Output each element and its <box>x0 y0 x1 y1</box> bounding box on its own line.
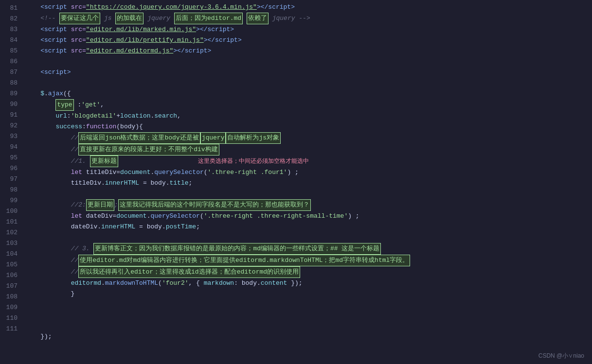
line-num-98: 98 <box>4 185 18 195</box>
code-line-110 <box>25 321 588 331</box>
code-line-87: <script> <box>25 67 588 78</box>
line-num-83: 83 <box>4 24 18 35</box>
line-num-101: 101 <box>4 217 18 227</box>
code-line-106: editormd.markdownToHTML('four2', { markd… <box>25 278 588 289</box>
line-num-89: 89 <box>4 88 18 99</box>
code-line-100: let dateDiv=document.querySelector('.thr… <box>25 211 588 222</box>
code-lines: <script src="https://code.jquery.com/jqu… <box>25 2 592 362</box>
code-line-111: }); <box>25 331 588 342</box>
line-num-81: 81 <box>4 3 18 14</box>
code-line-105: //所以我还得再引入editor；这里得改成id选择器；配合editormd的识… <box>25 266 588 278</box>
line-num-107: 107 <box>4 281 18 292</box>
line-num-93: 93 <box>4 131 18 142</box>
code-line-89: $.ajax({ <box>25 88 588 99</box>
line-num-104: 104 <box>4 249 18 260</box>
line-num-103: 103 <box>4 238 18 249</box>
code-line-109 <box>25 310 588 321</box>
line-num-96: 96 <box>4 163 18 174</box>
watermark: CSDN @小∨niao <box>538 352 584 360</box>
line-numbers: 81 82 83 84 85 86 87 88 89 90 91 92 93 9… <box>0 2 25 362</box>
line-num-105: 105 <box>4 260 18 270</box>
code-line-107: } <box>25 289 588 299</box>
line-num-94: 94 <box>4 142 18 153</box>
code-line-85: <script src="editor.md/editormd.js"></sc… <box>25 46 588 56</box>
code-line-91: url:'blogdetail'+location.search, <box>25 111 588 121</box>
line-num-85: 85 <box>4 46 18 56</box>
line-num-106: 106 <box>4 270 18 281</box>
code-line-102 <box>25 232 588 243</box>
code-line-104: //使用editor.md对md编辑器内容进行转换；它里面提供editormd.… <box>25 255 588 266</box>
line-num-102: 102 <box>4 227 18 238</box>
code-line-81: <script src="https://code.jquery.com/jqu… <box>25 2 588 13</box>
code-line-103: // 3. 更新博客正文；因为我们数据库报错的是最原始的内容；md编辑器的一些样… <box>25 243 588 255</box>
code-line-101: dateDiv.innerHTML = body.postTime; <box>25 222 588 232</box>
line-num-82: 82 <box>4 14 18 24</box>
line-num-97: 97 <box>4 174 18 185</box>
code-line-98 <box>25 189 588 199</box>
code-line-83: <script src="editor.md/lib/marked.min.js… <box>25 24 588 35</box>
code-line-96: let titleDiv=document.querySelector('.th… <box>25 167 588 178</box>
line-num-95: 95 <box>4 153 18 163</box>
editor-container: 81 82 83 84 85 86 87 88 89 90 91 92 93 9… <box>0 0 592 364</box>
line-num-86: 86 <box>4 56 18 67</box>
line-num-92: 92 <box>4 121 18 131</box>
code-area[interactable]: 81 82 83 84 85 86 87 88 89 90 91 92 93 9… <box>0 0 592 364</box>
code-line-108 <box>25 299 588 310</box>
code-line-88 <box>25 78 588 88</box>
code-line-94: //直接更新在原来的段落上更好；不用整个div构建 <box>25 144 588 156</box>
line-num-109: 109 <box>4 302 18 313</box>
code-line-86 <box>25 56 588 67</box>
line-num-108: 108 <box>4 292 18 302</box>
code-line-93: //后端返回json格式数据；这里body还是被jquery自动解析为js对象 <box>25 132 588 144</box>
code-line-99: //2:更新日期;这里我记得我后端的这个时间字段名是不是大写的；那也能获取到？ <box>25 199 588 211</box>
line-num-91: 91 <box>4 110 18 121</box>
line-num-110: 110 <box>4 313 18 324</box>
code-line-90: type :'get', <box>25 99 588 111</box>
code-line-84: <script src="editor.md/lib/prettify.min.… <box>25 35 588 46</box>
line-num-111: 111 <box>4 324 18 334</box>
line-num-100: 100 <box>4 206 18 217</box>
line-num-88: 88 <box>4 78 18 88</box>
code-line-82: <!-- 要保证这几个 js 的加载在 jquery 后面；因为editor.m… <box>25 13 588 24</box>
code-line-97: titleDiv.innerHTML = body.title; <box>25 178 588 189</box>
line-num-90: 90 <box>4 99 18 110</box>
line-num-84: 84 <box>4 35 18 46</box>
code-line-92: success:function(body){ <box>25 121 588 132</box>
line-num-99: 99 <box>4 195 18 206</box>
line-num-87: 87 <box>4 67 18 78</box>
code-line-95: //1. 更新标题 这里类选择器；中间还必须加空格才能选中 <box>25 156 588 167</box>
